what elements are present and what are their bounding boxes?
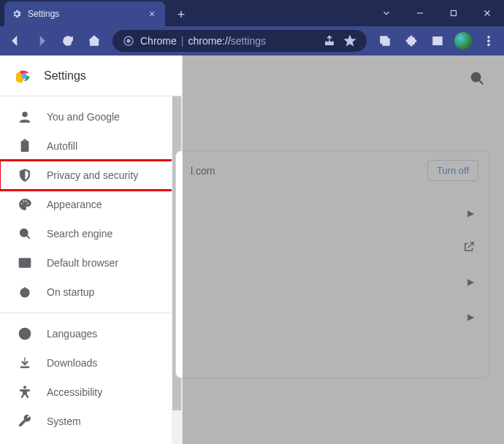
tabs-overview-icon[interactable] [373, 28, 397, 53]
sidebar-item-languages[interactable]: Languages [0, 319, 182, 348]
sidebar-item-default-browser[interactable]: Default browser [0, 248, 182, 278]
sidebar-item-label: Appearance [47, 199, 102, 210]
svg-point-28 [23, 386, 26, 388]
reload-button[interactable] [56, 28, 80, 53]
sidebar-item-search-engine[interactable]: Search engine [0, 219, 182, 248]
gear-icon [12, 9, 22, 19]
search-icon [18, 226, 32, 241]
sidebar-item-system[interactable]: System [0, 407, 182, 436]
sidebar-item-label: Search engine [47, 228, 112, 240]
bookmark-star-icon[interactable] [343, 34, 356, 47]
svg-point-19 [20, 229, 28, 237]
url-path: settings [231, 35, 266, 47]
home-button[interactable] [82, 28, 107, 53]
wrench-icon [18, 414, 32, 429]
back-button[interactable] [3, 28, 28, 53]
download-icon [18, 356, 32, 370]
extensions-icon[interactable] [399, 28, 424, 53]
content-scrim [183, 56, 504, 444]
svg-point-13 [488, 44, 490, 46]
url-label: Chrome [140, 35, 177, 47]
sidebar-item-you-and-google[interactable]: You and Google [0, 102, 182, 131]
svg-line-20 [27, 236, 30, 239]
page-title: Settings [44, 69, 86, 83]
sidebar-item-label: Accessibility [47, 386, 102, 398]
settings-sidebar: Settings You and Google Autofill Privacy… [0, 56, 183, 444]
chrome-logo-icon [16, 68, 32, 84]
sidebar-item-label: Privacy and security [47, 169, 138, 181]
close-tab-icon[interactable]: × [146, 8, 158, 20]
sidebar-item-label: System [47, 416, 81, 427]
svg-point-12 [488, 40, 490, 42]
sidebar-item-label: On startup [47, 286, 94, 298]
new-tab-button[interactable]: + [171, 4, 191, 25]
content-area: l.com Turn off ▶ ▶ ▶ [183, 56, 504, 444]
svg-rect-21 [20, 259, 31, 267]
svg-rect-9 [433, 37, 442, 45]
url-prefix: chrome:// [188, 35, 230, 47]
maximize-button[interactable] [437, 0, 470, 26]
browser-toolbar: Chrome | chrome://settings [0, 26, 504, 56]
sidebar-item-label: You and Google [47, 111, 120, 123]
share-icon[interactable] [323, 34, 336, 47]
browser-icon [18, 256, 32, 270]
minimize-button[interactable] [403, 0, 437, 26]
clipboard-icon [18, 139, 32, 153]
globe-icon [18, 326, 32, 341]
sidebar-item-label: Downloads [47, 357, 97, 369]
sidebar-item-downloads[interactable]: Downloads [0, 348, 182, 378]
person-icon [18, 110, 32, 124]
forward-button[interactable] [29, 28, 54, 53]
svg-line-30 [479, 80, 483, 84]
sidebar-item-on-startup[interactable]: On startup [0, 278, 182, 307]
svg-point-17 [23, 74, 26, 77]
sidebar-divider [0, 313, 182, 313]
sidebar-item-reset[interactable]: Reset and clean up [0, 436, 182, 444]
close-window-button[interactable] [470, 0, 504, 26]
sidepanel-icon[interactable] [425, 28, 450, 53]
svg-point-5 [126, 39, 130, 42]
svg-rect-8 [383, 39, 389, 45]
svg-marker-6 [345, 36, 355, 45]
sidebar-item-label: Default browser [47, 257, 118, 269]
svg-point-11 [488, 36, 490, 38]
sidebar-item-autofill[interactable]: Autofill [0, 131, 182, 161]
svg-point-18 [23, 112, 28, 117]
address-bar[interactable]: Chrome | chrome://settings [112, 30, 367, 52]
sidebar-item-label: Languages [47, 328, 97, 340]
sidebar-item-appearance[interactable]: Appearance [0, 190, 182, 219]
chrome-chip-icon [123, 35, 134, 47]
window-titlebar: Settings × + [0, 0, 504, 26]
svg-rect-1 [451, 11, 457, 16]
svg-point-29 [472, 73, 481, 82]
accessibility-icon [18, 385, 32, 399]
sidebar-item-privacy-security[interactable]: Privacy and security [0, 161, 182, 190]
sidebar-header: Settings [0, 56, 182, 96]
search-settings-icon[interactable] [469, 70, 485, 89]
browser-tab[interactable]: Settings × [4, 1, 165, 26]
profile-avatar[interactable] [454, 32, 472, 50]
shield-icon [18, 168, 32, 183]
power-icon [18, 285, 32, 299]
tab-title: Settings [28, 9, 146, 19]
sidebar-item-accessibility[interactable]: Accessibility [0, 378, 182, 407]
palette-icon [18, 197, 32, 212]
sidebar-item-label: Autofill [47, 140, 77, 152]
menu-button[interactable] [476, 28, 501, 53]
caret-down-icon[interactable] [370, 0, 403, 26]
